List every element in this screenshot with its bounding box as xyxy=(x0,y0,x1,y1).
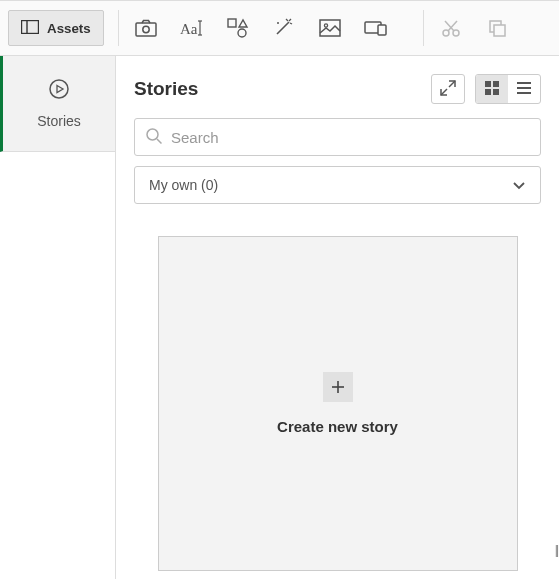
sidebar-item-stories[interactable]: Stories xyxy=(0,56,115,152)
svg-point-16 xyxy=(324,24,327,27)
svg-rect-24 xyxy=(494,25,505,36)
filter-label: My own (0) xyxy=(149,177,218,193)
svg-line-36 xyxy=(157,139,162,144)
svg-rect-29 xyxy=(493,81,499,87)
svg-rect-31 xyxy=(493,89,499,95)
left-rail: Stories xyxy=(0,56,116,579)
text-icon[interactable]: Aa xyxy=(179,15,205,41)
assets-button[interactable]: Assets xyxy=(8,10,104,46)
svg-point-25 xyxy=(50,80,68,98)
svg-rect-18 xyxy=(378,25,386,35)
plus-icon xyxy=(323,372,353,402)
top-toolbar: Assets Aa xyxy=(0,0,559,56)
sidebar-item-label: Stories xyxy=(3,113,115,129)
grid-icon xyxy=(484,80,500,99)
svg-text:Aa: Aa xyxy=(180,21,198,37)
svg-line-27 xyxy=(441,89,447,95)
shapes-icon[interactable] xyxy=(225,15,251,41)
list-icon xyxy=(516,81,532,98)
svg-rect-30 xyxy=(485,89,491,95)
page-title: Stories xyxy=(134,78,198,100)
list-view-button[interactable] xyxy=(508,75,540,103)
svg-line-11 xyxy=(286,19,288,21)
filter-dropdown[interactable]: My own (0) xyxy=(134,166,541,204)
play-circle-icon xyxy=(3,78,115,103)
svg-point-35 xyxy=(147,129,158,140)
create-story-label: Create new story xyxy=(277,418,398,435)
main-panel: Stories xyxy=(116,56,559,579)
svg-line-10 xyxy=(277,22,289,34)
copy-icon xyxy=(484,15,510,41)
svg-rect-2 xyxy=(136,23,156,36)
svg-line-12 xyxy=(289,19,291,21)
panel-icon xyxy=(21,20,39,37)
assets-label: Assets xyxy=(47,21,91,36)
svg-point-14 xyxy=(277,22,279,24)
search-input[interactable] xyxy=(171,129,530,146)
toolbar-divider xyxy=(118,10,119,46)
expand-icon xyxy=(440,80,456,99)
svg-rect-8 xyxy=(228,19,236,27)
svg-line-26 xyxy=(449,81,455,87)
svg-line-13 xyxy=(290,23,292,24)
resize-handle[interactable]: || xyxy=(555,543,557,557)
camera-icon[interactable] xyxy=(133,15,159,41)
svg-point-9 xyxy=(238,29,246,37)
image-icon[interactable] xyxy=(317,15,343,41)
chevron-down-icon xyxy=(512,177,526,193)
scissors-icon xyxy=(438,15,464,41)
search-icon xyxy=(145,127,163,148)
svg-point-3 xyxy=(143,26,149,32)
svg-rect-0 xyxy=(22,20,39,33)
view-toggle xyxy=(475,74,541,104)
device-icon[interactable] xyxy=(363,15,389,41)
toolbar-divider xyxy=(423,10,424,46)
grid-view-button[interactable] xyxy=(476,75,508,103)
create-story-card[interactable]: Create new story xyxy=(158,236,518,571)
expand-button[interactable] xyxy=(431,74,465,104)
search-box[interactable] xyxy=(134,118,541,156)
magic-wand-icon[interactable] xyxy=(271,15,297,41)
svg-rect-28 xyxy=(485,81,491,87)
